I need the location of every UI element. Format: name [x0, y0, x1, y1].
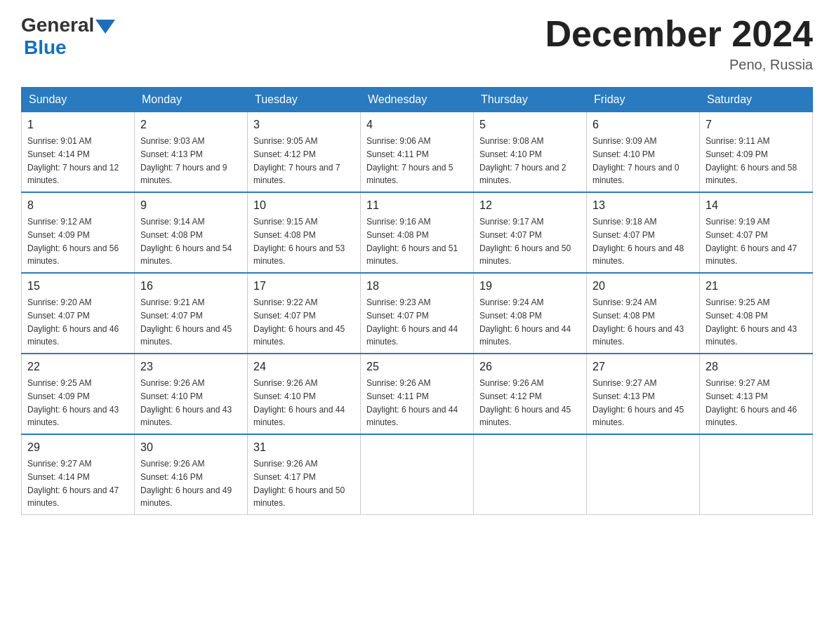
calendar-day-cell	[474, 434, 587, 515]
day-info: Sunrise: 9:26 AMSunset: 4:10 PMDaylight:…	[253, 378, 345, 427]
day-number: 5	[479, 116, 581, 133]
calendar-header-wednesday: Wednesday	[361, 88, 474, 112]
day-number: 12	[479, 197, 581, 214]
calendar-day-cell: 22Sunrise: 9:25 AMSunset: 4:09 PMDayligh…	[22, 354, 135, 434]
day-number: 1	[27, 116, 128, 133]
calendar-day-cell	[587, 434, 700, 515]
calendar-header-thursday: Thursday	[474, 88, 587, 112]
day-info: Sunrise: 9:09 AMSunset: 4:10 PMDaylight:…	[593, 136, 679, 185]
day-info: Sunrise: 9:24 AMSunset: 4:08 PMDaylight:…	[479, 297, 571, 347]
day-number: 20	[593, 278, 694, 295]
calendar-day-cell: 31Sunrise: 9:26 AMSunset: 4:17 PMDayligh…	[248, 434, 361, 515]
day-number: 26	[479, 358, 581, 375]
day-info: Sunrise: 9:21 AMSunset: 4:07 PMDaylight:…	[140, 297, 232, 347]
day-number: 4	[366, 116, 468, 133]
day-info: Sunrise: 9:22 AMSunset: 4:07 PMDaylight:…	[253, 297, 345, 347]
day-number: 22	[27, 358, 128, 375]
day-number: 11	[366, 197, 468, 214]
day-number: 14	[706, 197, 807, 214]
calendar-day-cell: 3Sunrise: 9:05 AMSunset: 4:12 PMDaylight…	[248, 112, 361, 193]
day-info: Sunrise: 9:01 AMSunset: 4:14 PMDaylight:…	[27, 136, 119, 185]
calendar-day-cell: 25Sunrise: 9:26 AMSunset: 4:11 PMDayligh…	[361, 354, 474, 434]
day-number: 13	[593, 197, 694, 214]
calendar-day-cell: 11Sunrise: 9:16 AMSunset: 4:08 PMDayligh…	[361, 192, 474, 273]
day-number: 18	[366, 278, 468, 295]
calendar-day-cell: 2Sunrise: 9:03 AMSunset: 4:13 PMDaylight…	[135, 112, 248, 193]
logo-general: General	[21, 14, 94, 36]
day-info: Sunrise: 9:24 AMSunset: 4:08 PMDaylight:…	[593, 297, 684, 347]
calendar-table: SundayMondayTuesdayWednesdayThursdayFrid…	[21, 87, 813, 515]
day-number: 15	[27, 278, 128, 295]
calendar-day-cell: 24Sunrise: 9:26 AMSunset: 4:10 PMDayligh…	[248, 354, 361, 434]
calendar-day-cell: 4Sunrise: 9:06 AMSunset: 4:11 PMDaylight…	[361, 112, 474, 193]
day-info: Sunrise: 9:19 AMSunset: 4:07 PMDaylight:…	[706, 217, 797, 266]
logo-blue: Blue	[24, 36, 67, 59]
day-info: Sunrise: 9:26 AMSunset: 4:16 PMDaylight:…	[140, 459, 232, 508]
day-info: Sunrise: 9:25 AMSunset: 4:08 PMDaylight:…	[706, 297, 797, 347]
day-number: 28	[706, 358, 807, 375]
day-info: Sunrise: 9:27 AMSunset: 4:13 PMDaylight:…	[593, 378, 684, 427]
calendar-day-cell: 7Sunrise: 9:11 AMSunset: 4:09 PMDaylight…	[700, 112, 813, 193]
day-info: Sunrise: 9:23 AMSunset: 4:07 PMDaylight:…	[366, 297, 458, 347]
day-number: 19	[479, 278, 581, 295]
day-info: Sunrise: 9:18 AMSunset: 4:07 PMDaylight:…	[593, 217, 684, 266]
day-info: Sunrise: 9:26 AMSunset: 4:11 PMDaylight:…	[366, 378, 458, 427]
day-info: Sunrise: 9:11 AMSunset: 4:09 PMDaylight:…	[706, 136, 797, 185]
day-info: Sunrise: 9:27 AMSunset: 4:14 PMDaylight:…	[27, 459, 119, 508]
calendar-week-row: 1Sunrise: 9:01 AMSunset: 4:14 PMDaylight…	[22, 112, 813, 193]
month-title: December 2024	[545, 14, 813, 54]
calendar-day-cell: 19Sunrise: 9:24 AMSunset: 4:08 PMDayligh…	[474, 273, 587, 354]
calendar-day-cell: 23Sunrise: 9:26 AMSunset: 4:10 PMDayligh…	[135, 354, 248, 434]
day-info: Sunrise: 9:12 AMSunset: 4:09 PMDaylight:…	[27, 217, 119, 266]
day-number: 25	[366, 358, 468, 375]
location: Peno, Russia	[545, 57, 813, 73]
day-info: Sunrise: 9:26 AMSunset: 4:17 PMDaylight:…	[253, 459, 345, 508]
calendar-day-cell: 17Sunrise: 9:22 AMSunset: 4:07 PMDayligh…	[248, 273, 361, 354]
calendar-day-cell: 26Sunrise: 9:26 AMSunset: 4:12 PMDayligh…	[474, 354, 587, 434]
calendar-header-row: SundayMondayTuesdayWednesdayThursdayFrid…	[22, 88, 813, 112]
day-number: 27	[593, 358, 694, 375]
day-info: Sunrise: 9:14 AMSunset: 4:08 PMDaylight:…	[140, 217, 232, 266]
day-info: Sunrise: 9:25 AMSunset: 4:09 PMDaylight:…	[27, 378, 119, 427]
day-info: Sunrise: 9:03 AMSunset: 4:13 PMDaylight:…	[140, 136, 227, 185]
calendar-day-cell: 5Sunrise: 9:08 AMSunset: 4:10 PMDaylight…	[474, 112, 587, 193]
day-number: 16	[140, 278, 241, 295]
logo: General Blue	[21, 14, 115, 59]
calendar-day-cell: 16Sunrise: 9:21 AMSunset: 4:07 PMDayligh…	[135, 273, 248, 354]
calendar-header-friday: Friday	[587, 88, 700, 112]
calendar-header-tuesday: Tuesday	[248, 88, 361, 112]
day-number: 17	[253, 278, 355, 295]
day-info: Sunrise: 9:20 AMSunset: 4:07 PMDaylight:…	[27, 297, 119, 347]
calendar-header-monday: Monday	[135, 88, 248, 112]
day-number: 21	[706, 278, 807, 295]
calendar-day-cell: 10Sunrise: 9:15 AMSunset: 4:08 PMDayligh…	[248, 192, 361, 273]
day-number: 29	[27, 439, 128, 456]
day-info: Sunrise: 9:17 AMSunset: 4:07 PMDaylight:…	[479, 217, 571, 266]
calendar-day-cell: 29Sunrise: 9:27 AMSunset: 4:14 PMDayligh…	[22, 434, 135, 515]
day-info: Sunrise: 9:05 AMSunset: 4:12 PMDaylight:…	[253, 136, 340, 185]
day-number: 8	[27, 197, 128, 214]
day-info: Sunrise: 9:27 AMSunset: 4:13 PMDaylight:…	[706, 378, 797, 427]
calendar-day-cell	[361, 434, 474, 515]
calendar-day-cell: 30Sunrise: 9:26 AMSunset: 4:16 PMDayligh…	[135, 434, 248, 515]
calendar-day-cell: 6Sunrise: 9:09 AMSunset: 4:10 PMDaylight…	[587, 112, 700, 193]
day-number: 31	[253, 439, 355, 456]
day-info: Sunrise: 9:26 AMSunset: 4:12 PMDaylight:…	[479, 378, 571, 427]
day-number: 24	[253, 358, 355, 375]
calendar-week-row: 15Sunrise: 9:20 AMSunset: 4:07 PMDayligh…	[22, 273, 813, 354]
calendar-day-cell: 28Sunrise: 9:27 AMSunset: 4:13 PMDayligh…	[700, 354, 813, 434]
day-number: 10	[253, 197, 355, 214]
calendar-day-cell: 9Sunrise: 9:14 AMSunset: 4:08 PMDaylight…	[135, 192, 248, 273]
calendar-day-cell: 12Sunrise: 9:17 AMSunset: 4:07 PMDayligh…	[474, 192, 587, 273]
calendar-day-cell	[700, 434, 813, 515]
day-info: Sunrise: 9:08 AMSunset: 4:10 PMDaylight:…	[479, 136, 566, 185]
day-number: 9	[140, 197, 241, 214]
logo-triangle-icon	[95, 20, 115, 34]
calendar-day-cell: 21Sunrise: 9:25 AMSunset: 4:08 PMDayligh…	[700, 273, 813, 354]
title-section: December 2024 Peno, Russia	[545, 14, 813, 73]
day-number: 6	[593, 116, 694, 133]
day-number: 3	[253, 116, 355, 133]
calendar-day-cell: 1Sunrise: 9:01 AMSunset: 4:14 PMDaylight…	[22, 112, 135, 193]
day-number: 7	[706, 116, 807, 133]
calendar-day-cell: 13Sunrise: 9:18 AMSunset: 4:07 PMDayligh…	[587, 192, 700, 273]
